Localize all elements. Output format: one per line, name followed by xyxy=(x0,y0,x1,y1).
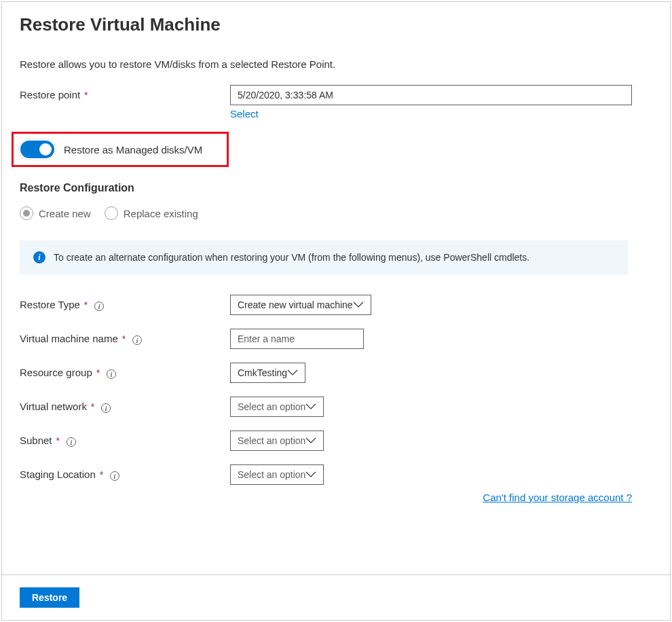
restore-type-row: Restore Type * Create new virtual machin… xyxy=(20,295,652,315)
select-restore-point-link[interactable]: Select xyxy=(230,108,259,120)
resource-group-label: Resource group xyxy=(20,367,92,378)
page-description: Restore allows you to restore VM/disks f… xyxy=(20,58,652,70)
info-banner: To create an alternate configuration whe… xyxy=(20,240,628,274)
chevron-down-icon xyxy=(305,471,316,478)
staging-location-select[interactable]: Select an option xyxy=(230,464,324,485)
resource-group-select[interactable]: CmkTesting xyxy=(230,363,305,383)
subnet-select[interactable]: Select an option xyxy=(230,431,324,451)
virtual-network-value: Select an option xyxy=(238,401,305,412)
chevron-down-icon xyxy=(353,301,364,308)
staging-location-value: Select an option xyxy=(238,469,305,480)
staging-location-row: Staging Location * Select an option xyxy=(20,464,652,485)
virtual-network-select[interactable]: Select an option xyxy=(230,397,324,417)
radio-icon xyxy=(105,206,118,220)
page-title: Restore Virtual Machine xyxy=(20,14,652,35)
footer: Restore xyxy=(2,574,670,620)
radio-icon xyxy=(20,206,33,220)
info-icon[interactable] xyxy=(132,335,142,345)
restore-type-value: Create new virtual machine xyxy=(238,299,353,310)
virtual-network-row: Virtual network * Select an option xyxy=(20,397,652,417)
restore-type-label: Restore Type xyxy=(20,299,80,310)
storage-account-help-link[interactable]: Can't find your storage account ? xyxy=(483,492,632,503)
restore-point-row: Restore point * Select xyxy=(20,85,652,120)
toggle-knob xyxy=(39,143,52,156)
info-icon[interactable] xyxy=(110,471,119,481)
chevron-down-icon xyxy=(287,369,298,376)
vm-name-label: Virtual machine name xyxy=(20,333,118,344)
restore-config-radio-group: Create new Replace existing xyxy=(20,206,652,220)
info-icon[interactable] xyxy=(101,403,111,413)
replace-existing-radio[interactable]: Replace existing xyxy=(105,206,198,220)
vm-name-input[interactable] xyxy=(230,329,364,349)
required-indicator: * xyxy=(84,299,88,310)
required-indicator: * xyxy=(91,401,94,412)
info-icon[interactable] xyxy=(67,437,76,447)
restore-point-label: Restore point xyxy=(20,89,80,100)
managed-disks-toggle-label: Restore as Managed disks/VM xyxy=(64,144,202,156)
required-indicator: * xyxy=(84,90,88,100)
subnet-label: Subnet xyxy=(20,435,52,446)
info-icon[interactable] xyxy=(107,369,116,379)
resource-group-row: Resource group * CmkTesting xyxy=(20,363,652,383)
resource-group-value: CmkTesting xyxy=(238,367,287,378)
virtual-network-label: Virtual network xyxy=(20,401,87,412)
replace-existing-label: Replace existing xyxy=(124,208,198,219)
subnet-row: Subnet * Select an option xyxy=(20,431,652,451)
create-new-radio[interactable]: Create new xyxy=(20,206,91,220)
restore-type-select[interactable]: Create new virtual machine xyxy=(230,295,371,315)
staging-location-label: Staging Location xyxy=(20,469,96,480)
required-indicator: * xyxy=(56,435,59,446)
required-indicator: * xyxy=(96,367,100,378)
managed-disks-highlight: Restore as Managed disks/VM xyxy=(12,132,229,167)
subnet-value: Select an option xyxy=(238,435,305,446)
info-icon xyxy=(33,251,45,263)
create-new-label: Create new xyxy=(39,208,91,219)
restore-button[interactable]: Restore xyxy=(20,587,79,608)
info-banner-text: To create an alternate configuration whe… xyxy=(54,252,529,263)
restore-point-input[interactable] xyxy=(230,85,632,105)
info-icon[interactable] xyxy=(94,301,104,311)
restore-vm-panel: Restore Virtual Machine Restore allows y… xyxy=(1,1,671,621)
chevron-down-icon xyxy=(305,403,316,410)
chevron-down-icon xyxy=(305,437,316,444)
required-indicator: * xyxy=(100,469,103,480)
restore-config-heading: Restore Configuration xyxy=(20,182,652,194)
required-indicator: * xyxy=(122,333,126,344)
vm-name-row: Virtual machine name * xyxy=(20,329,652,349)
managed-disks-toggle[interactable] xyxy=(20,141,54,158)
